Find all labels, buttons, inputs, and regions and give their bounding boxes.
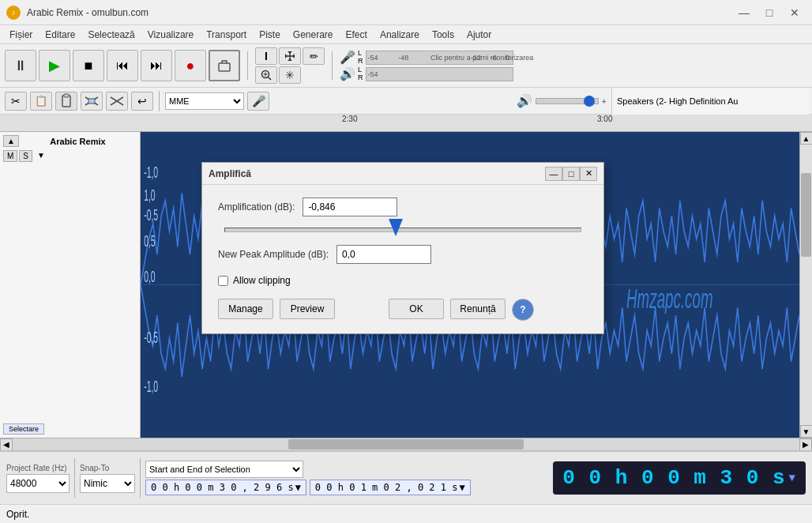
cursor-tool-button[interactable]: I bbox=[255, 47, 277, 65]
hscroll-left[interactable]: ◀ bbox=[0, 438, 13, 451]
track-menu-icon[interactable]: ▼ bbox=[34, 150, 48, 162]
output-speaker-icon[interactable]: 🔊 bbox=[517, 93, 532, 108]
svg-line-8 bbox=[269, 77, 272, 81]
time-display-arrow[interactable]: ▼ bbox=[789, 472, 796, 484]
amplification-slider-container bbox=[218, 228, 588, 232]
silence-button[interactable] bbox=[106, 92, 128, 111]
menu-transport[interactable]: Transport bbox=[200, 28, 253, 42]
collapse-track-button[interactable]: ▲ bbox=[3, 135, 19, 147]
skip-end-button[interactable]: ⏭ bbox=[141, 50, 172, 81]
controls-row: ✂ 📋 ↩ MME DirectSound bbox=[0, 88, 812, 115]
select-button[interactable]: Selectare bbox=[3, 423, 44, 435]
new-peak-input[interactable] bbox=[336, 245, 431, 264]
project-rate-select[interactable]: 48000 44100 22050 bbox=[6, 474, 70, 493]
loop-button[interactable] bbox=[209, 50, 240, 81]
hscroll-thumb[interactable] bbox=[288, 439, 524, 450]
menu-generare[interactable]: Generare bbox=[287, 28, 340, 42]
allow-clipping-checkbox[interactable] bbox=[218, 276, 228, 286]
snap-label: Snap-To bbox=[80, 464, 135, 472]
play-button[interactable]: ▶ bbox=[39, 50, 70, 81]
track-label-panel: ▲ Arabic Remix M S ▼ Selectare bbox=[0, 132, 141, 438]
skip-start-button[interactable]: ⏮ bbox=[107, 50, 138, 81]
paste-button[interactable] bbox=[55, 92, 77, 111]
controls-separator bbox=[159, 91, 160, 111]
help-button[interactable]: ? bbox=[512, 299, 534, 321]
dialog-maximize[interactable]: □ bbox=[562, 167, 580, 181]
vscroll[interactable]: ▲ ▼ bbox=[799, 132, 812, 438]
track-title: Arabic Remix bbox=[19, 137, 137, 146]
menu-piste[interactable]: Piste bbox=[253, 28, 287, 42]
dialog-buttons: Manage Preview OK Renunță ? bbox=[218, 299, 588, 321]
scissors-button[interactable]: ✂ bbox=[5, 92, 27, 111]
menu-vizualizare[interactable]: Vizualizare bbox=[141, 28, 200, 42]
zoom-tool-button[interactable] bbox=[255, 66, 277, 84]
menu-bar: Fișier Editare Selectează Vizualizare Tr… bbox=[0, 25, 812, 44]
menu-analizare[interactable]: Analizare bbox=[374, 28, 426, 42]
draw-tool-button[interactable]: ✏ bbox=[303, 47, 325, 65]
timeline-mark-300: 3:00 bbox=[597, 115, 612, 123]
record-button[interactable]: ● bbox=[175, 50, 206, 81]
trim-button[interactable] bbox=[81, 92, 103, 111]
svg-text:0,5: 0,5 bbox=[144, 233, 155, 250]
speakers-display: Speakers (2- High Definition Au bbox=[611, 88, 809, 115]
hscroll-track[interactable] bbox=[13, 438, 799, 450]
cancel-button[interactable]: Renunță bbox=[450, 299, 506, 319]
mute-button[interactable]: M bbox=[3, 150, 17, 162]
amplification-slider-thumb[interactable] bbox=[389, 219, 403, 236]
allow-clipping-label[interactable]: Allow clipping bbox=[233, 275, 291, 286]
preview-button[interactable]: Preview bbox=[280, 299, 335, 319]
toolbar-separator-1 bbox=[247, 51, 248, 80]
pause-button[interactable]: ⏸ bbox=[5, 50, 36, 81]
amplify-dialog: Amplifică — □ ✕ Amplification (dB): New … bbox=[201, 162, 604, 334]
output-volume-slider[interactable] bbox=[536, 98, 599, 104]
mic-select-button[interactable]: 🎤 bbox=[247, 92, 269, 111]
bottom-divider-1 bbox=[74, 458, 75, 498]
copy-button[interactable]: 📋 bbox=[30, 92, 52, 111]
dialog-minimize[interactable]: — bbox=[545, 167, 562, 181]
dialog-titlebar[interactable]: Amplifică — □ ✕ bbox=[202, 163, 603, 185]
menu-efect[interactable]: Efect bbox=[340, 28, 374, 42]
menu-selecteaza[interactable]: Selectează bbox=[81, 28, 141, 42]
output-volume-thumb[interactable] bbox=[584, 96, 595, 107]
vscroll-up[interactable]: ▲ bbox=[800, 132, 813, 145]
menu-editare[interactable]: Editare bbox=[39, 28, 81, 42]
ok-button[interactable]: OK bbox=[389, 299, 444, 319]
vscroll-track[interactable] bbox=[800, 145, 812, 425]
start-time-display[interactable]: 0 0 h 0 0 m 3 0 , 2 9 6 s ▼ bbox=[145, 480, 306, 495]
new-peak-row: New Peak Amplitude (dB): bbox=[218, 245, 588, 264]
selection-type-select[interactable]: Start and End of Selection Start and Len… bbox=[145, 461, 303, 478]
silence-icon bbox=[109, 94, 125, 108]
vscroll-thumb[interactable] bbox=[801, 173, 811, 258]
svg-text:0,0: 0,0 bbox=[144, 268, 156, 284]
end-time-arrow[interactable]: ▼ bbox=[459, 482, 464, 493]
maximize-button[interactable]: □ bbox=[758, 5, 780, 21]
audio-host-select[interactable]: MME DirectSound WASAPI bbox=[165, 92, 244, 110]
speaker-icon[interactable]: 🔊 bbox=[340, 66, 355, 81]
menu-fisier[interactable]: Fișier bbox=[3, 28, 39, 42]
title-bar-text: Arabic Remix - omulbun.com bbox=[27, 7, 733, 18]
close-button[interactable]: ✕ bbox=[784, 5, 806, 21]
manage-button[interactable]: Manage bbox=[218, 299, 273, 319]
dialog-close[interactable]: ✕ bbox=[580, 167, 597, 181]
snap-select[interactable]: Nimic Bar bbox=[80, 474, 135, 493]
select-tool-button[interactable] bbox=[279, 47, 301, 65]
stop-button[interactable]: ■ bbox=[73, 50, 104, 81]
svg-text:Hmzapc.com: Hmzapc.com bbox=[626, 283, 712, 314]
multi-tool-button[interactable]: ✳ bbox=[279, 66, 301, 84]
amplification-input[interactable] bbox=[303, 198, 397, 216]
menu-tools[interactable]: Tools bbox=[426, 28, 461, 42]
timeline-header: 2:30 3:00 bbox=[0, 115, 812, 132]
solo-button[interactable]: S bbox=[19, 150, 32, 162]
bottom-bar: Project Rate (Hz) 48000 44100 22050 Snap… bbox=[0, 450, 812, 504]
end-time-display[interactable]: 0 0 h 0 1 m 0 2 , 0 2 1 s ▼ bbox=[310, 480, 471, 495]
hscroll-right[interactable]: ▶ bbox=[799, 438, 812, 451]
amplification-slider-track[interactable] bbox=[224, 228, 581, 232]
vscroll-down[interactable]: ▼ bbox=[800, 425, 813, 438]
menu-ajutor[interactable]: Ajutor bbox=[461, 28, 498, 42]
mic-icon[interactable]: 🎤 bbox=[340, 50, 355, 65]
select-icon bbox=[284, 50, 296, 62]
undo-button[interactable]: ↩ bbox=[131, 92, 153, 111]
hscroll[interactable]: ◀ ▶ bbox=[0, 438, 812, 450]
start-time-arrow[interactable]: ▼ bbox=[295, 482, 301, 493]
minimize-button[interactable]: — bbox=[733, 5, 755, 21]
